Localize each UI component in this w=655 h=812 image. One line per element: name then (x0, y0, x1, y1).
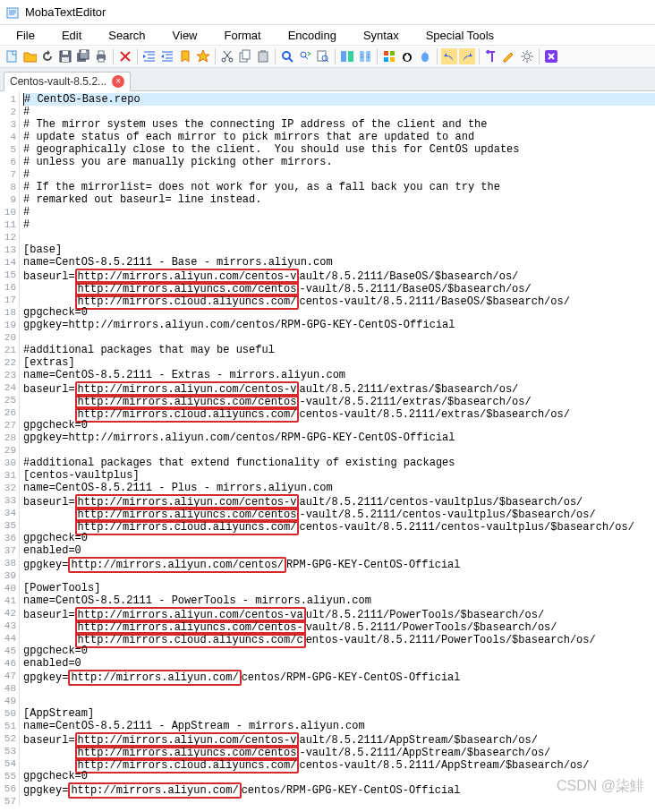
code-line[interactable]: baseurl=http://mirrors.aliyun.com/centos… (23, 494, 655, 507)
refresh-icon[interactable] (39, 48, 55, 64)
code-line[interactable] (23, 444, 655, 457)
editor[interactable]: 1234567891011121314151617181920212223242… (0, 91, 655, 805)
code-line[interactable]: name=CentOS-8.5.2111 - Extras - mirrors.… (23, 369, 655, 381)
code-line[interactable] (23, 795, 655, 805)
diff-icon[interactable] (357, 48, 373, 64)
code-line[interactable]: # remarked out baseurl= line instead. (23, 193, 655, 206)
code-line[interactable]: http://mirrors.cloud.aliyuncs.com/centos… (23, 757, 655, 770)
code-line[interactable]: gpgkey=http://mirrors.aliyun.com/centos/… (23, 557, 655, 569)
code-line[interactable]: #additional packages that extend functio… (23, 457, 655, 469)
exit-icon[interactable] (543, 48, 559, 64)
code-line[interactable]: http://mirrors.cloud.aliyuncs.com/centos… (23, 519, 655, 532)
windows-icon[interactable] (381, 48, 397, 64)
save-icon[interactable] (57, 48, 73, 64)
code-line[interactable]: # The mirror system uses the connecting … (23, 118, 655, 131)
code-line[interactable]: baseurl=http://mirrors.aliyun.com/centos… (23, 607, 655, 620)
menu-search[interactable]: Search (96, 27, 157, 44)
code-line[interactable]: enabled=0 (23, 657, 655, 670)
search-icon[interactable] (279, 48, 295, 64)
code-line[interactable] (23, 569, 655, 582)
line-number: 3 (0, 118, 19, 131)
bookmark-icon[interactable] (177, 48, 193, 64)
code-line[interactable] (23, 331, 655, 344)
linux-icon[interactable] (399, 48, 415, 64)
save-all-icon[interactable] (75, 48, 91, 64)
svg-rect-15 (259, 52, 268, 62)
code-line[interactable]: enabled=0 (23, 544, 655, 557)
file-tab[interactable]: Centos-vault-8.5.2... × (4, 72, 131, 91)
code-line[interactable]: gpgcheck=0 (23, 419, 655, 432)
code-line[interactable]: gpgcheck=0 (23, 645, 655, 657)
code-line[interactable]: # (23, 206, 655, 218)
edit-icon[interactable] (501, 48, 517, 64)
code-line[interactable]: gpgcheck=0 (23, 532, 655, 544)
code-line[interactable]: # geographically close to the client. Yo… (23, 143, 655, 156)
code-line[interactable]: gpgkey=http://mirrors.aliyun.com/centos/… (23, 432, 655, 444)
code-line[interactable]: [PowerTools] (23, 582, 655, 594)
open-folder-icon[interactable] (21, 48, 38, 64)
code-line[interactable]: gpgkey=http://mirrors.aliyun.com/centos/… (23, 670, 655, 682)
code-line[interactable]: http://mirrors.aliyuncs.com/centos-vault… (23, 620, 655, 632)
compare-icon[interactable] (339, 48, 355, 64)
code-line[interactable] (23, 695, 655, 707)
code-line[interactable]: # (23, 218, 655, 231)
menu-encoding[interactable]: Encoding (276, 27, 349, 44)
star-icon[interactable] (195, 48, 211, 64)
code-line[interactable]: # (23, 168, 655, 181)
code-line[interactable]: # CentOS-Base.repo (23, 93, 655, 106)
code-line[interactable]: [AppStream] (23, 707, 655, 720)
code-line[interactable]: http://mirrors.cloud.aliyuncs.com/centos… (23, 294, 655, 306)
code-line[interactable]: gpgkey=http://mirrors.aliyun.com/centos/… (23, 319, 655, 331)
menu-special-tools[interactable]: Special Tools (413, 27, 506, 44)
code-line[interactable]: baseurl=http://mirrors.aliyun.com/centos… (23, 732, 655, 745)
code-line[interactable]: name=CentOS-8.5.2111 - Base - mirrors.al… (23, 256, 655, 269)
code-line[interactable]: baseurl=http://mirrors.aliyun.com/centos… (23, 269, 655, 281)
menu-format[interactable]: Format (212, 27, 274, 44)
code-line[interactable]: [extras] (23, 356, 655, 369)
code-area[interactable]: # CentOS-Base.repo## The mirror system u… (20, 91, 655, 805)
new-file-icon[interactable] (4, 48, 20, 64)
code-line[interactable]: http://mirrors.aliyuncs.com/centos-vault… (23, 394, 655, 406)
paste-icon[interactable] (255, 48, 271, 64)
close-tab-icon[interactable]: × (112, 75, 124, 88)
apple-icon[interactable] (417, 48, 433, 64)
code-line[interactable]: # unless you are manually picking other … (23, 156, 655, 168)
line-number: 30 (0, 457, 19, 469)
code-line[interactable]: http://mirrors.aliyuncs.com/centos-vault… (23, 745, 655, 757)
settings-icon[interactable] (519, 48, 535, 64)
cut-icon[interactable] (219, 48, 235, 64)
code-line[interactable]: # If the mirrorlist= does not work for y… (23, 181, 655, 193)
code-line[interactable]: gpgcheck=0 (23, 306, 655, 319)
line-number: 1 (0, 93, 19, 106)
menu-edit[interactable]: Edit (49, 27, 94, 44)
copy-icon[interactable] (237, 48, 253, 64)
menu-view[interactable]: View (160, 27, 210, 44)
code-line[interactable]: # update status of each mirror to pick m… (23, 131, 655, 143)
undo-icon[interactable] (441, 48, 457, 64)
menu-syntax[interactable]: Syntax (351, 27, 412, 44)
indent-left-icon[interactable] (141, 48, 157, 64)
code-line[interactable]: name=CentOS-8.5.2111 - PowerTools - mirr… (23, 594, 655, 607)
redo-icon[interactable] (459, 48, 475, 64)
code-line[interactable]: http://mirrors.cloud.aliyuncs.com/centos… (23, 632, 655, 645)
indent-right-icon[interactable] (159, 48, 175, 64)
paragraph-icon[interactable] (483, 48, 499, 64)
menu-file[interactable]: File (4, 27, 47, 44)
code-line[interactable]: [centos-vaultplus] (23, 469, 655, 482)
code-line[interactable]: name=CentOS-8.5.2111 - AppStream - mirro… (23, 720, 655, 732)
code-line[interactable]: #additional packages that may be useful (23, 344, 655, 356)
code-line[interactable]: name=CentOS-8.5.2111 - Plus - mirrors.al… (23, 482, 655, 494)
replace-icon[interactable] (297, 48, 313, 64)
find-files-icon[interactable] (315, 48, 331, 64)
print-icon[interactable] (93, 48, 109, 64)
code-line[interactable] (23, 682, 655, 695)
close-icon[interactable] (117, 48, 133, 64)
code-line[interactable]: [base] (23, 244, 655, 256)
line-number: 23 (0, 369, 19, 381)
code-line[interactable] (23, 231, 655, 244)
code-line[interactable]: # (23, 106, 655, 118)
code-line[interactable]: http://mirrors.cloud.aliyuncs.com/centos… (23, 406, 655, 419)
code-line[interactable]: http://mirrors.aliyuncs.com/centos-vault… (23, 507, 655, 519)
code-line[interactable]: baseurl=http://mirrors.aliyun.com/centos… (23, 381, 655, 394)
code-line[interactable]: http://mirrors.aliyuncs.com/centos-vault… (23, 281, 655, 294)
